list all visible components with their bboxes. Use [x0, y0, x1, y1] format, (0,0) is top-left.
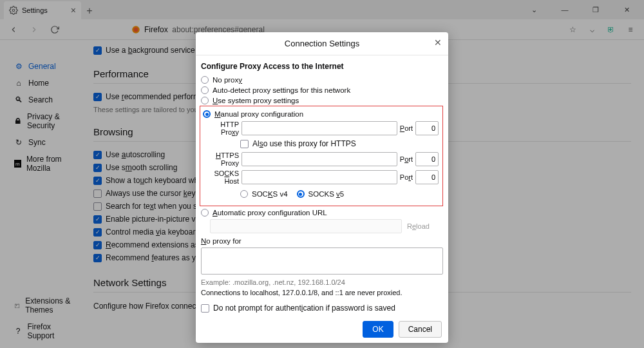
radio-label: Use system proxy settings: [213, 97, 299, 104]
port-label: Port: [400, 155, 413, 163]
radio-icon[interactable]: [201, 86, 209, 94]
socks-host-input[interactable]: [242, 170, 397, 184]
radio-icon[interactable]: [240, 190, 248, 198]
http-proxy-input[interactable]: [242, 121, 397, 135]
radio-label: No proxy: [213, 76, 242, 84]
no-prompt-checkbox[interactable]: Do not prompt for authentication if pass…: [201, 302, 443, 314]
radio-auto-url[interactable]: Automatic proxy configuration URL: [201, 208, 443, 218]
radio-icon[interactable]: [201, 97, 209, 104]
cancel-button[interactable]: Cancel: [399, 321, 442, 338]
no-proxy-for-section: No proxy for Example: .mozilla.org, .net…: [201, 237, 443, 296]
radio-label: Automatic proxy configuration URL: [213, 209, 327, 217]
radio-label: Auto-detect proxy settings for this netw…: [213, 86, 350, 94]
dialog-body: Configure Proxy Access to the Internet N…: [196, 55, 448, 316]
radio-socks-v4[interactable]: SOCKS v4: [240, 189, 288, 199]
dialog-heading: Configure Proxy Access to the Internet: [201, 62, 443, 71]
socks-port-input[interactable]: [415, 170, 439, 184]
checkbox-icon[interactable]: [240, 140, 249, 148]
pref-label: Also use this proxy for HTTPS: [252, 139, 356, 148]
no-proxy-for-label: No proxy for: [201, 237, 443, 245]
auto-url-input: [210, 219, 402, 233]
https-proxy-row: HTTPS Proxy Port: [200, 150, 439, 168]
radio-label: SOCKS v5: [308, 190, 345, 198]
radio-no-proxy[interactable]: No proxy: [201, 75, 443, 85]
localhost-note: Connections to localhost, 127.0.0.1/8, a…: [201, 289, 443, 296]
https-proxy-label: HTTPS Proxy: [203, 151, 239, 167]
pref-label: Do not prompt for authentication if pass…: [213, 304, 395, 313]
https-proxy-input[interactable]: [242, 152, 397, 166]
manual-proxy-section: Manual proxy configuration HTTP Proxy Po…: [200, 106, 443, 206]
radio-icon[interactable]: [297, 190, 305, 198]
radio-icon[interactable]: [201, 209, 209, 217]
radio-manual-proxy[interactable]: Manual proxy configuration: [200, 109, 439, 119]
http-proxy-label: HTTP Proxy: [203, 121, 239, 136]
http-port-input[interactable]: [415, 121, 439, 135]
http-proxy-row: HTTP Proxy Port: [200, 119, 439, 137]
radio-label: SOCKS v4: [252, 190, 288, 198]
connection-settings-dialog: Connection Settings ✕ Configure Proxy Ac…: [196, 32, 448, 343]
radio-auto-detect[interactable]: Auto-detect proxy settings for this netw…: [201, 85, 443, 95]
socks-version-group: SOCKS v4 SOCKS v5: [240, 186, 439, 200]
example-text: Example: .mozilla.org, .net.nz, 192.168.…: [201, 278, 443, 286]
dialog-footer: OK Cancel: [196, 316, 448, 343]
radio-label: Manual proxy configuration: [214, 110, 303, 118]
no-proxy-for-textarea[interactable]: [201, 247, 443, 275]
radio-system-proxy[interactable]: Use system proxy settings: [201, 95, 443, 106]
radio-icon[interactable]: [201, 76, 209, 84]
checkbox-icon[interactable]: [201, 304, 209, 313]
dialog-title: Connection Settings: [285, 39, 359, 48]
dialog-header: Connection Settings ✕: [196, 32, 448, 55]
port-label: Port: [400, 173, 413, 181]
ok-button[interactable]: OK: [363, 321, 393, 338]
proxy-dns-checkbox[interactable]: Proxy DNS when using SOCKS v5: [201, 314, 443, 316]
radio-socks-v5[interactable]: SOCKS v5: [297, 189, 345, 199]
also-https-checkbox[interactable]: Also use this proxy for HTTPS: [240, 137, 439, 150]
reload-button: Reload: [407, 222, 430, 230]
radio-icon[interactable]: [203, 110, 211, 118]
close-icon[interactable]: ✕: [434, 37, 442, 48]
socks-host-label: SOCKS Host: [203, 169, 239, 185]
https-port-input[interactable]: [415, 152, 439, 166]
port-label: Port: [400, 124, 413, 132]
socks-host-row: SOCKS Host Port: [200, 168, 439, 186]
